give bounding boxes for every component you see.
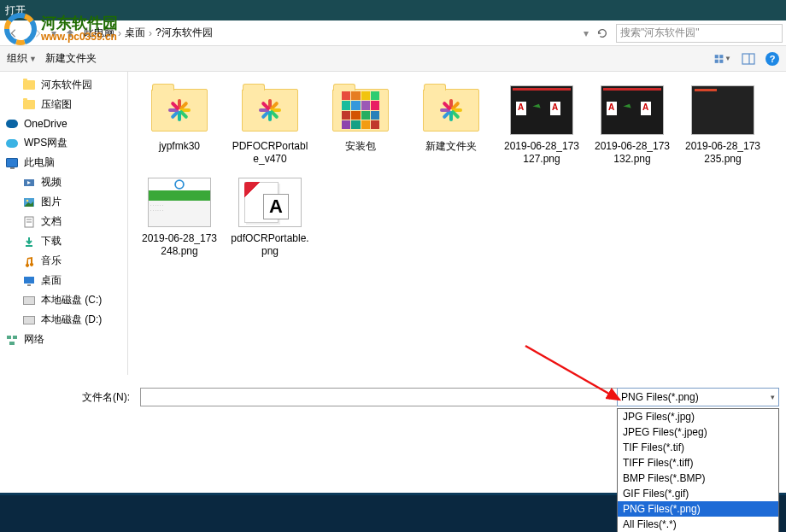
view-mode-button[interactable]: ▼ (714, 50, 731, 67)
preview-pane-button[interactable] (740, 50, 757, 67)
chevron-right-icon: › (118, 27, 121, 39)
file-item[interactable]: jypfmk30 (138, 82, 220, 167)
file-name-label: PDFOCRPortable_v470 (231, 140, 309, 166)
refresh-button[interactable] (592, 23, 613, 44)
chevron-down-icon[interactable]: ▾ (584, 27, 589, 39)
sidebar-item[interactable]: 此电脑 (0, 153, 127, 172)
drive-icon (22, 313, 36, 327)
sidebar-item-label: 音乐 (41, 254, 62, 268)
file-name-label: 新建文件夹 (425, 140, 477, 153)
folder-icon (22, 98, 36, 112)
sidebar-item-label: 视频 (41, 175, 62, 190)
file-item[interactable]: 2019-06-28_173127.png (501, 82, 583, 167)
sidebar-item-label: 此电脑 (24, 155, 55, 170)
file-item[interactable]: · · · · · ·· · · · · ·2019-06-28_173248.… (138, 174, 220, 260)
svg-rect-18 (13, 336, 17, 339)
file-name-label: jypfmk30 (159, 140, 200, 153)
svg-rect-17 (7, 336, 11, 339)
filetype-dropdown[interactable]: JPG Files(*.jpg)JPEG Files(*.jpeg)TIF Fi… (617, 408, 779, 532)
svg-rect-5 (719, 59, 723, 62)
sidebar-item[interactable]: 网络 (0, 330, 127, 349)
file-item[interactable]: 新建文件夹 (410, 82, 492, 167)
file-name-label: 2019-06-28_173248.png (140, 232, 219, 258)
music-icon (22, 254, 36, 268)
organize-button[interactable]: 组织 ▼ (7, 51, 37, 66)
sidebar-item[interactable]: 本地磁盘 (D:) (0, 310, 127, 330)
drive-icon (22, 294, 36, 307)
nav-forward-button[interactable] (27, 23, 48, 44)
file-thumbnail (145, 84, 214, 137)
sidebar-item-label: 桌面 (41, 273, 62, 288)
sidebar-item[interactable]: 桌面 (0, 271, 127, 290)
file-name-label: pdfOCRPortable.png (231, 232, 309, 258)
sidebar-item[interactable]: 图片 (0, 192, 127, 212)
file-item[interactable]: 安装包 (320, 82, 402, 167)
svg-rect-19 (9, 342, 15, 345)
folder-icon (22, 79, 36, 92)
file-thumbnail: · · · · · ·· · · · · · (145, 176, 214, 229)
file-thumbnail (598, 84, 666, 137)
filetype-option[interactable]: JPEG Files(*.jpeg) (618, 424, 778, 440)
nav-back-button[interactable] (3, 23, 24, 44)
file-name-label: 安装包 (345, 140, 376, 153)
search-input[interactable]: 搜索"河东软件园" (616, 24, 783, 43)
sidebar-item[interactable]: 下载 (0, 231, 127, 251)
filetype-select[interactable]: PNG Files(*.png) ▾ (617, 388, 779, 406)
breadcrumb-part[interactable]: 此电脑 (84, 26, 114, 40)
svg-rect-6 (742, 54, 754, 64)
filetype-option[interactable]: PNG Files(*.png) (618, 501, 778, 517)
sidebar-item[interactable]: 本地磁盘 (C:) (0, 290, 127, 310)
new-folder-button[interactable]: 新建文件夹 (45, 51, 97, 66)
sidebar-item-label: 下载 (41, 234, 62, 248)
file-item[interactable]: 2019-06-28_173235.png (682, 82, 764, 167)
svg-point-20 (175, 180, 184, 189)
sidebar-item-label: 压缩图 (41, 97, 72, 112)
window-titlebar: 打开 (0, 0, 786, 20)
sidebar-item[interactable]: 视频 (0, 172, 127, 192)
filetype-option[interactable]: GIF Files(*.gif) (618, 486, 778, 501)
sidebar-item[interactable]: 文档 (0, 212, 127, 231)
filetype-option[interactable]: JPG Files(*.jpg) (618, 409, 778, 424)
sidebar-item[interactable]: 河东软件园 (0, 75, 127, 95)
nav-up-button[interactable] (60, 23, 80, 44)
video-icon (22, 176, 36, 190)
file-thumbnail (326, 84, 395, 137)
sidebar-item[interactable]: 音乐 (0, 251, 127, 271)
nav-dropdown-icon[interactable]: ▾ (51, 27, 56, 39)
help-button[interactable]: ? (765, 52, 779, 66)
sidebar-item[interactable]: 压缩图 (0, 95, 127, 114)
file-thumbnail: A (236, 176, 304, 229)
svg-rect-4 (715, 59, 719, 62)
network-icon (5, 333, 19, 347)
pc-icon (5, 156, 19, 170)
sidebar-item-label: OneDrive (24, 118, 67, 130)
main-area: 河东软件园压缩图OneDriveWPS网盘此电脑视频图片文档下载音乐桌面本地磁盘… (0, 72, 786, 375)
breadcrumb[interactable]: 此电脑 › 桌面 › ?河东软件园 (84, 26, 575, 40)
wps-icon (5, 137, 19, 150)
filetype-option[interactable]: TIFF Files(*.tiff) (618, 455, 778, 471)
filetype-option[interactable]: BMP Files(*.BMP) (618, 471, 778, 486)
sidebar-item-label: 图片 (41, 195, 62, 209)
filename-input[interactable] (140, 388, 618, 406)
svg-rect-2 (715, 55, 719, 58)
file-thumbnail (507, 84, 576, 137)
filename-dropdown-icon[interactable]: ▾ (607, 393, 612, 401)
chevron-right-icon: › (149, 27, 152, 39)
filetype-option[interactable]: TIF Files(*.tif) (618, 440, 778, 455)
file-grid: jypfmk30PDFOCRPortable_v470安装包新建文件夹2019-… (128, 72, 786, 375)
file-item[interactable]: 2019-06-28_173132.png (591, 82, 673, 167)
breadcrumb-part[interactable]: 桌面 (125, 26, 145, 40)
sidebar-item[interactable]: WPS网盘 (0, 133, 127, 153)
filetype-option[interactable]: All Files(*.*) (618, 517, 778, 532)
file-name-label: 2019-06-28_173127.png (502, 140, 581, 166)
file-thumbnail (417, 84, 485, 137)
sidebar: 河东软件园压缩图OneDriveWPS网盘此电脑视频图片文档下载音乐桌面本地磁盘… (0, 72, 128, 375)
filetype-selected: PNG Files(*.png) (621, 391, 699, 403)
search-placeholder: 搜索"河东软件园" (620, 26, 700, 40)
sidebar-item[interactable]: OneDrive (0, 114, 127, 133)
breadcrumb-part[interactable]: ?河东软件园 (155, 26, 213, 40)
file-item[interactable]: ApdfOCRPortable.png (229, 174, 311, 260)
chevron-down-icon: ▾ (771, 393, 775, 401)
svg-rect-3 (719, 55, 723, 58)
file-item[interactable]: PDFOCRPortable_v470 (229, 82, 311, 167)
